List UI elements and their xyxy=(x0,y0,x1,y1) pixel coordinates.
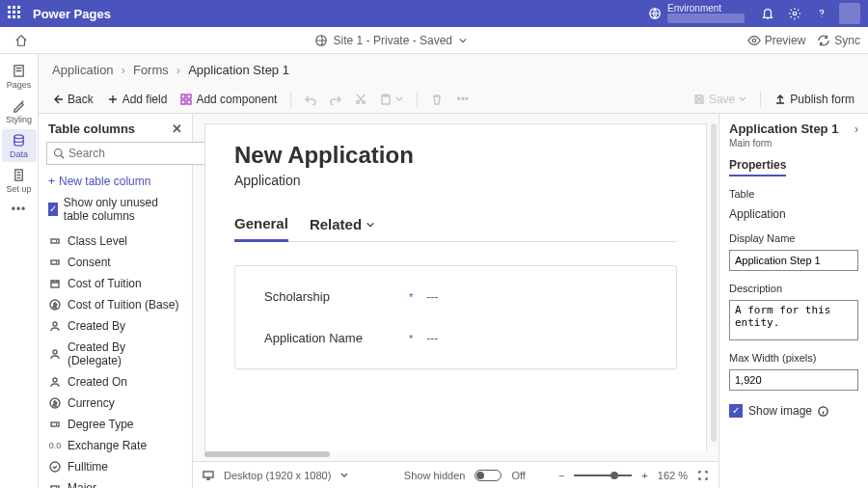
paste-button[interactable] xyxy=(380,94,403,105)
chevron-right-icon[interactable]: › xyxy=(854,122,858,136)
column-item[interactable]: Fulltime xyxy=(39,456,192,477)
close-icon[interactable]: ✕ xyxy=(172,122,182,136)
breadcrumb-forms[interactable]: Forms xyxy=(133,63,169,77)
toolbar-divider xyxy=(417,92,418,107)
plus-icon xyxy=(107,94,119,105)
column-item[interactable]: Class Level xyxy=(39,230,192,252)
column-item-label: Created On xyxy=(68,375,127,389)
delete-button[interactable] xyxy=(431,94,443,105)
properties-section-tab[interactable]: Properties xyxy=(729,158,786,176)
tab-related-label: Related xyxy=(310,216,362,232)
column-item[interactable]: Created On xyxy=(39,371,192,393)
add-field-button[interactable]: Add field xyxy=(107,93,168,106)
cut-button[interactable] xyxy=(355,94,366,105)
user-avatar[interactable] xyxy=(839,3,860,24)
undo-button[interactable] xyxy=(305,94,316,105)
display-name-input[interactable] xyxy=(729,250,858,271)
svg-rect-23 xyxy=(51,422,59,426)
redo-button[interactable] xyxy=(330,94,341,105)
command-bar: Site 1 - Private - Saved Preview Sync xyxy=(0,27,868,54)
preview-label: Preview xyxy=(765,34,806,47)
nav-overflow[interactable]: ••• xyxy=(12,203,27,216)
toolbar-overflow[interactable]: ••• xyxy=(456,93,469,106)
notifications-icon[interactable] xyxy=(754,0,781,27)
zoom-slider[interactable] xyxy=(574,474,632,476)
horizontal-scrollbar[interactable] xyxy=(204,451,707,459)
app-launcher-icon[interactable] xyxy=(8,6,23,21)
svg-point-1 xyxy=(793,12,797,15)
form-canvas: New Application Application General Rela… xyxy=(193,114,719,488)
column-item-label: Major xyxy=(68,481,96,488)
breadcrumb: Application › Forms › Application Step 1 xyxy=(39,54,868,85)
column-item[interactable]: Created By (Delegate) xyxy=(39,337,192,371)
form-section-card[interactable]: Scholarship*---Application Name*--- xyxy=(234,265,677,369)
tab-related[interactable]: Related xyxy=(310,209,375,241)
breadcrumb-application[interactable]: Application xyxy=(52,63,114,77)
svg-point-19 xyxy=(53,322,57,326)
zoom-out[interactable]: − xyxy=(558,470,564,481)
environment-picker[interactable]: Environment xyxy=(638,4,754,23)
column-item-label: Class Level xyxy=(68,234,127,248)
nav-pages[interactable]: Pages xyxy=(2,60,37,93)
app-titlebar: Power Pages Environment xyxy=(0,0,868,27)
add-component-button[interactable]: Add component xyxy=(180,93,277,106)
nav-setup[interactable]: Set up xyxy=(2,164,37,197)
settings-icon[interactable] xyxy=(781,0,808,27)
form-field-row[interactable]: Application Name*--- xyxy=(264,331,647,345)
show-hidden-toggle[interactable] xyxy=(475,470,502,481)
column-item[interactable]: Created By xyxy=(39,315,192,337)
column-type-icon xyxy=(48,298,62,312)
help-icon[interactable] xyxy=(808,0,835,27)
svg-rect-15 xyxy=(51,239,59,243)
column-type-icon xyxy=(48,396,62,410)
sync-button[interactable]: Sync xyxy=(817,34,860,47)
save-icon xyxy=(693,94,705,105)
field-value[interactable]: --- xyxy=(426,332,438,345)
site-name[interactable]: Site 1 - Private - Saved xyxy=(334,34,452,47)
column-item[interactable]: Major xyxy=(39,477,192,488)
chevron-down-icon[interactable] xyxy=(458,36,468,45)
chevron-down-icon[interactable] xyxy=(340,472,348,479)
column-item[interactable]: Cost of Tuition (Base) xyxy=(39,294,192,315)
nav-styling[interactable]: Styling xyxy=(2,95,37,127)
description-input[interactable] xyxy=(729,300,858,340)
column-item[interactable]: Degree Type xyxy=(39,414,192,435)
column-item[interactable]: Currency xyxy=(39,393,192,414)
show-unused-toggle[interactable]: Show only unused table columns xyxy=(39,192,192,230)
preview-button[interactable]: Preview xyxy=(747,34,806,47)
vertical-scrollbar[interactable] xyxy=(711,123,717,442)
redo-icon xyxy=(330,94,341,105)
add-component-label: Add component xyxy=(196,93,277,106)
zoom-in[interactable]: + xyxy=(641,470,647,481)
column-type-icon xyxy=(48,277,62,290)
show-image-toggle[interactable]: Show image xyxy=(729,404,858,418)
fit-icon[interactable] xyxy=(697,470,709,481)
new-table-column-button[interactable]: + New table column xyxy=(39,171,192,192)
field-value[interactable]: --- xyxy=(426,290,438,304)
nav-data[interactable]: Data xyxy=(2,129,37,162)
form-field-row[interactable]: Scholarship*--- xyxy=(264,289,647,304)
table-value: Application xyxy=(729,207,858,221)
viewport-label[interactable]: Desktop (1920 x 1080) xyxy=(224,470,331,481)
column-item[interactable]: Cost of Tuition xyxy=(39,273,192,294)
form-surface[interactable]: New Application Application General Rela… xyxy=(204,123,707,451)
checkbox-checked-icon xyxy=(48,203,58,216)
info-icon[interactable] xyxy=(818,406,828,417)
nav-styling-label: Styling xyxy=(6,115,32,124)
column-item[interactable]: Consent xyxy=(39,252,192,273)
save-button[interactable]: Save xyxy=(693,93,746,106)
column-item[interactable]: 0.0Exchange Rate xyxy=(39,435,192,456)
tab-general[interactable]: General xyxy=(234,209,288,242)
column-type-icon xyxy=(48,234,62,248)
publish-button[interactable]: Publish form xyxy=(774,93,854,106)
checkbox-checked-icon xyxy=(729,404,743,418)
home-icon[interactable] xyxy=(8,34,35,47)
max-width-input[interactable] xyxy=(729,369,858,391)
add-field-label: Add field xyxy=(122,93,168,106)
field-label: Scholarship xyxy=(264,289,409,304)
column-list[interactable]: Class LevelConsentCost of TuitionCost of… xyxy=(39,230,192,488)
paste-icon xyxy=(380,94,392,105)
svg-point-5 xyxy=(14,134,23,138)
table-columns-panel: Table columns ✕ + New table column S xyxy=(39,114,193,488)
back-button[interactable]: Back xyxy=(52,93,94,106)
